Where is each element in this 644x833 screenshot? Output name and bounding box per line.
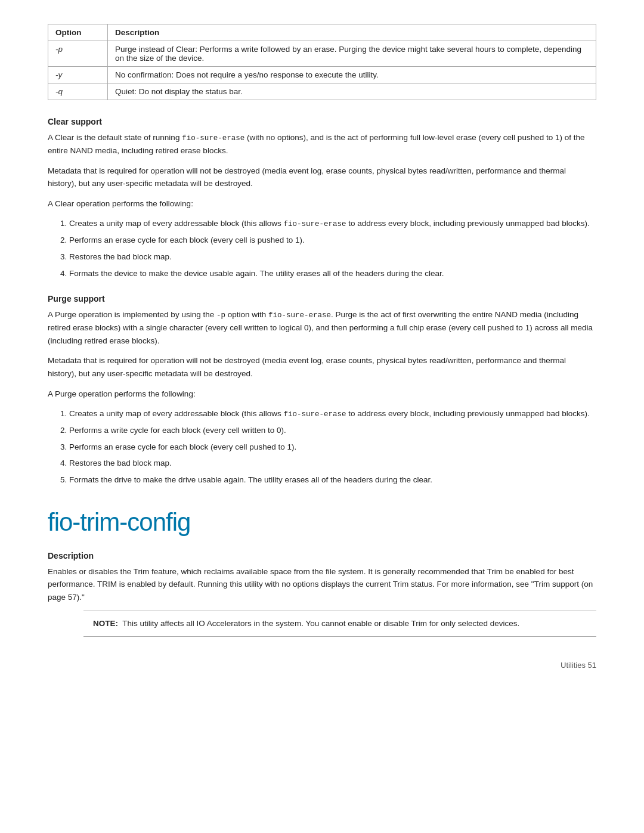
options-table: Option Description -p Purge instead of C…: [48, 24, 596, 100]
list-item: Performs an erase cycle for each block (…: [69, 441, 596, 454]
table-header-option: Option: [48, 24, 108, 41]
fio-trim-description-heading: Description: [48, 551, 596, 561]
purge-support-para1: A Purge operation is implemented by usin…: [48, 308, 596, 347]
page-footer: Utilities 51: [48, 661, 596, 670]
purge-support-list: Creates a unity map of every addressable…: [69, 407, 596, 486]
table-row: -p Purge instead of Clear: Performs a wr…: [48, 41, 596, 67]
option-q: -q: [48, 83, 108, 100]
description-q: Quiet: Do not display the status bar.: [108, 83, 596, 100]
list-item: Restores the bad block map.: [69, 250, 596, 264]
purge-support-para2: Metadata that is required for operation …: [48, 354, 596, 380]
option-p: -p: [48, 41, 108, 67]
table-header-description: Description: [108, 24, 596, 41]
purge-support-para3: A Purge operation performs the following…: [48, 388, 596, 401]
list-item: Formats the device to make the device us…: [69, 267, 596, 280]
clear-support-heading: Clear support: [48, 117, 596, 126]
clear-support-para3: A Clear operation performs the following…: [48, 197, 596, 210]
clear-support-list: Creates a unity map of every addressable…: [69, 217, 596, 280]
note-text: This utility affects all IO Accelerators…: [122, 619, 519, 628]
table-row: -q Quiet: Do not display the status bar.: [48, 83, 596, 100]
list-item: Formats the drive to make the drive usab…: [69, 473, 596, 487]
list-item: Creates a unity map of every addressable…: [69, 407, 596, 420]
option-y: -y: [48, 67, 108, 83]
list-item: Performs a write cycle for each block (e…: [69, 424, 596, 437]
list-item: Restores the bad block map.: [69, 457, 596, 470]
clear-support-para1: A Clear is the default state of running …: [48, 131, 596, 157]
purge-support-heading: Purge support: [48, 294, 596, 304]
purge-support-section: Purge support A Purge operation is imple…: [48, 294, 596, 486]
fio-trim-config-heading: fio-trim-config: [48, 508, 596, 537]
table-row: -y No confirmation: Does not require a y…: [48, 67, 596, 83]
note-box: NOTE: This utility affects all IO Accele…: [83, 611, 596, 637]
fio-trim-para1: Enables or disables the Trim feature, wh…: [48, 565, 596, 604]
description-y: No confirmation: Does not require a yes/…: [108, 67, 596, 83]
page-number: Utilities 51: [561, 661, 596, 670]
description-p: Purge instead of Clear: Performs a write…: [108, 41, 596, 67]
list-item: Creates a unity map of every addressable…: [69, 217, 596, 230]
note-label: NOTE:: [93, 619, 118, 628]
fio-trim-config-section: fio-trim-config Description Enables or d…: [48, 508, 596, 637]
list-item: Performs an erase cycle for each block (…: [69, 234, 596, 247]
clear-support-para2: Metadata that is required for operation …: [48, 165, 596, 190]
clear-support-section: Clear support A Clear is the default sta…: [48, 117, 596, 280]
